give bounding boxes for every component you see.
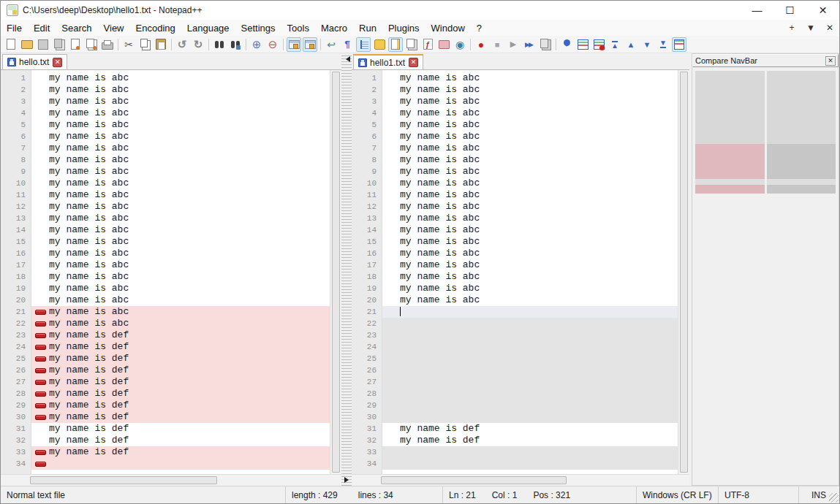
editor-line[interactable]: 12my name is abc [352,201,678,213]
next-diff-icon[interactable] [640,37,654,52]
editor-line[interactable]: 10my name is abc [352,177,678,189]
editor-line[interactable]: 13my name is abc [352,213,678,224]
editor-line[interactable]: 17my name is abc [352,259,678,271]
menu-item-run[interactable]: Run [353,21,382,35]
macro-save-icon[interactable] [538,37,553,52]
left-horizontal-scrollbar[interactable] [1,474,341,486]
navbar-column-left[interactable] [695,71,765,194]
editor-line[interactable]: 16my name is abc [352,248,678,259]
replace-icon[interactable] [228,37,243,52]
editor-line[interactable]: 16my name is abc [1,248,330,259]
editor-line[interactable]: 10my name is abc [1,177,330,189]
editor-line[interactable]: 30 [352,411,678,423]
editor-line[interactable]: 11my name is abc [1,189,330,201]
pane-splitter[interactable] [341,53,352,486]
indent-guide-icon[interactable] [356,37,371,52]
status-encoding[interactable]: UTF-8 [719,486,799,503]
navbar-diff-block[interactable] [695,179,765,185]
paste-icon[interactable] [154,37,168,52]
user-lang-icon[interactable] [372,37,387,52]
maximize-button[interactable]: ☐ [773,1,806,20]
tab-close-icon[interactable]: ✕ [409,58,418,67]
editor-line[interactable]: 6my name is abc [352,131,678,142]
right-horizontal-scrollbar[interactable] [352,474,689,486]
prev-diff-icon[interactable] [624,37,638,52]
menu-item-macro[interactable]: Macro [315,21,353,35]
doc-list-icon[interactable] [404,37,419,52]
navbar-column-right[interactable] [767,71,836,194]
menu-item-help[interactable]: ? [471,21,488,35]
menu-item-view[interactable]: View [98,21,130,35]
zoom-out-icon[interactable] [265,37,280,52]
find-icon[interactable] [212,37,227,52]
macro-run-multiple-icon[interactable] [522,37,537,52]
sync-vertical-icon[interactable] [287,37,301,52]
editor-line[interactable]: 5my name is abc [1,119,330,131]
close-all-icon[interactable] [84,37,99,52]
menu-item-file[interactable]: File [1,21,28,35]
editor-line[interactable]: 21 [352,306,678,318]
splitter-collapse-right-icon[interactable] [344,477,352,483]
editor-line[interactable]: 28my name is def [1,388,330,400]
editor-line[interactable]: 23 [352,329,678,341]
close-icon[interactable] [68,37,83,52]
save-icon[interactable] [36,37,50,52]
navbar-diff-block[interactable] [695,185,765,194]
doc-switcher-icon[interactable] [436,37,451,52]
last-diff-icon[interactable] [656,37,670,52]
navbar-diff-block[interactable] [767,179,836,185]
sync-horizontal-icon[interactable] [303,37,317,52]
tab-list-dropdown-icon[interactable]: ▼ [801,23,820,33]
editor-line[interactable]: 29 [352,400,678,411]
editor-line[interactable]: 25my name is def [1,353,330,364]
navbar-diff-block[interactable] [695,71,765,144]
minimize-button[interactable]: — [741,1,773,20]
menu-item-search[interactable]: Search [56,21,97,35]
editor-line[interactable]: 22my name is abc [1,318,330,329]
menu-item-edit[interactable]: Edit [28,21,56,35]
editor-line[interactable]: 6my name is abc [1,131,330,142]
editor-line[interactable]: 28 [352,388,678,400]
menu-item-language[interactable]: Language [181,21,235,35]
navbar-diff-block[interactable] [767,144,836,179]
menu-item-plugins[interactable]: Plugins [382,21,425,35]
editor-line[interactable]: 3my name is abc [1,96,330,107]
editor-line[interactable]: 25 [352,353,678,364]
copy-icon[interactable] [137,37,152,52]
editor-line[interactable]: 32my name is def [1,435,330,446]
function-list-icon[interactable] [420,37,435,52]
menu-item-tools[interactable]: Tools [281,21,315,35]
status-eol-format[interactable]: Windows (CR LF) [637,486,719,503]
editor-line[interactable]: 14my name is abc [352,224,678,236]
editor-line[interactable]: 26 [352,364,678,376]
editor-line[interactable]: 34 [1,458,330,470]
editor-line[interactable]: 3my name is abc [352,96,678,107]
editor-line[interactable]: 31my name is def [1,423,330,435]
editor-line[interactable]: 29my name is def [1,400,330,411]
compare-navbar-map[interactable] [692,67,839,194]
resize-grip[interactable] [829,493,839,503]
editor-line[interactable]: 2my name is abc [1,84,330,96]
editor-line[interactable]: 19my name is abc [1,283,330,294]
editor-line[interactable]: 34 [352,458,678,470]
right-vertical-scrollbar[interactable] [678,70,689,474]
navbar-diff-block[interactable] [767,185,836,194]
editor-line[interactable]: 11my name is abc [352,189,678,201]
left-vertical-scrollbar[interactable] [330,70,341,474]
undo-icon[interactable] [175,37,189,52]
tab-close-icon[interactable]: ✕ [53,58,62,67]
tab-hello-txt[interactable]: hello.txt ✕ [2,54,67,69]
close-button[interactable]: ✕ [806,1,839,20]
editor-line[interactable]: 24my name is def [1,341,330,353]
redo-icon[interactable] [191,37,205,52]
new-tab-button[interactable]: + [782,23,801,33]
editor-line[interactable]: 20my name is abc [1,294,330,306]
editor-line[interactable]: 18my name is abc [352,271,678,283]
macro-play-icon[interactable] [506,37,521,52]
word-wrap-icon[interactable] [324,37,338,52]
editor-line[interactable]: 9my name is abc [1,166,330,177]
editor-line[interactable]: 1my name is abc [352,72,678,84]
macro-record-icon[interactable] [474,37,488,52]
editor-line[interactable]: 13my name is abc [1,213,330,224]
navbar-diff-block[interactable] [767,71,836,144]
